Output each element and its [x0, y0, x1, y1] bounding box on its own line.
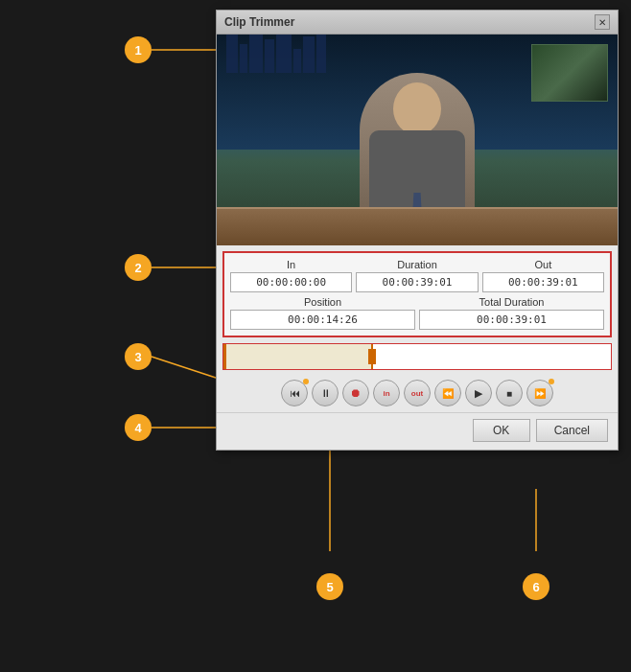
pause-button[interactable]: ⏸ — [312, 380, 339, 406]
mark-out-icon: out — [411, 389, 423, 398]
next-frame-icon: ⏩ — [534, 388, 546, 399]
duration-column: Duration — [356, 259, 478, 292]
timeline-scrubber[interactable] — [222, 343, 612, 370]
building — [249, 35, 263, 73]
building — [226, 35, 238, 73]
transport-controls: ⏮ ⏸ ⏺ in out ⏪ ▶ ■ — [217, 374, 618, 412]
mark-in-button[interactable]: in — [373, 380, 400, 406]
out-label: Out — [482, 259, 604, 270]
annotation-4: 4 — [125, 414, 152, 441]
dialog-title: Clip Trimmer — [224, 15, 294, 29]
stop-icon: ■ — [506, 388, 512, 399]
annotation-5: 5 — [316, 573, 343, 600]
building — [303, 36, 315, 73]
record-icon: ⏺ — [350, 386, 362, 400]
video-preview — [217, 35, 618, 245]
building — [293, 49, 301, 73]
rewind-icon: ⏪ — [442, 388, 454, 399]
total-duration-label: Total Duration — [419, 296, 604, 308]
dialog-titlebar: Clip Trimmer ✕ — [217, 11, 618, 35]
duration-label: Duration — [356, 259, 478, 270]
cancel-button[interactable]: Cancel — [536, 419, 608, 442]
total-duration-value[interactable] — [419, 310, 604, 330]
play-button[interactable]: ▶ — [465, 380, 492, 406]
mark-in-icon: in — [383, 389, 389, 398]
studio-desk — [217, 207, 618, 245]
annotation-6: 6 — [523, 573, 549, 600]
building — [240, 44, 247, 73]
duration-value[interactable] — [356, 272, 478, 292]
clip-trimmer-dialog: Clip Trimmer ✕ — [216, 10, 619, 451]
timecode-row-1: In Duration Out — [230, 259, 604, 292]
total-duration-column: Total Duration — [419, 296, 604, 330]
timeline-fill — [223, 344, 371, 369]
pause-icon: ⏸ — [320, 387, 331, 399]
building — [265, 39, 274, 73]
position-column: Position — [230, 296, 415, 330]
timeline-in-marker — [223, 344, 226, 369]
close-button[interactable]: ✕ — [595, 14, 610, 30]
out-column: Out — [482, 259, 604, 292]
position-value[interactable] — [230, 310, 415, 330]
record-button[interactable]: ⏺ — [342, 380, 369, 406]
in-label: In — [230, 259, 352, 270]
svg-line-2 — [152, 357, 219, 379]
studio-screen — [531, 44, 608, 102]
play-icon: ▶ — [475, 387, 482, 400]
building — [276, 35, 292, 73]
next-frame-button[interactable]: ⏩ — [526, 380, 553, 406]
in-value[interactable] — [230, 272, 352, 292]
prev-frame-button[interactable]: ⏮ — [281, 380, 308, 406]
annotation-3: 3 — [125, 343, 152, 370]
timecode-row-2: Position Total Duration — [230, 296, 604, 330]
page-wrapper: 1 2 3 4 5 6 Clip Trimmer ✕ — [0, 0, 631, 672]
presenter-head — [393, 82, 441, 135]
prev-frame-icon: ⏮ — [290, 387, 300, 399]
building — [316, 35, 326, 73]
mark-out-button[interactable]: out — [404, 380, 431, 406]
ok-button[interactable]: OK — [473, 419, 530, 442]
in-column: In — [230, 259, 352, 292]
timecode-section: In Duration Out Position — [222, 251, 612, 337]
annotation-1: 1 — [125, 36, 152, 63]
rewind-button[interactable]: ⏪ — [434, 380, 461, 406]
annotation-2: 2 — [125, 254, 152, 281]
position-label: Position — [230, 296, 415, 308]
out-value[interactable] — [482, 272, 604, 292]
timeline-handle[interactable] — [368, 349, 376, 364]
stop-button[interactable]: ■ — [496, 380, 523, 406]
dialog-action-buttons: OK Cancel — [217, 412, 618, 450]
